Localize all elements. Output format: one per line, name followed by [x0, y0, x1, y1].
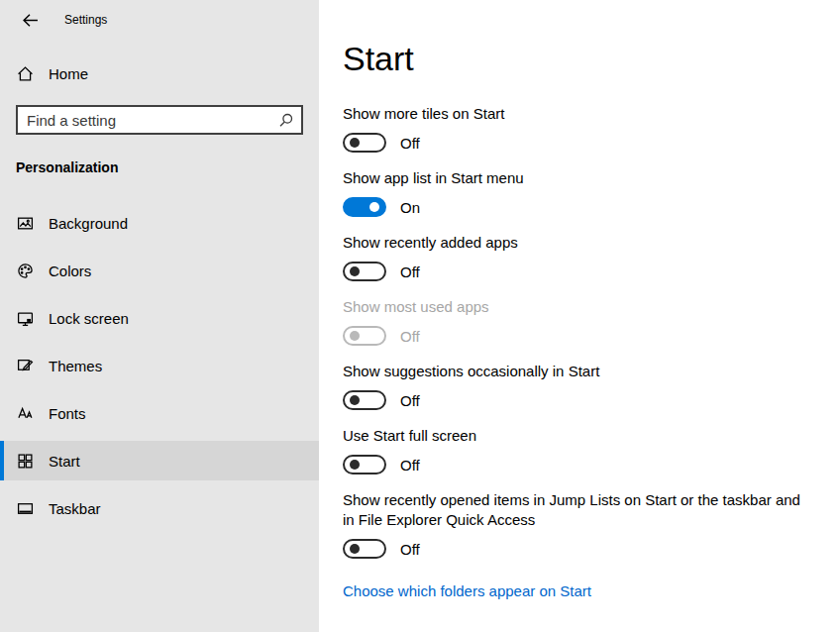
toggle-show-app-list-in-start-menu[interactable] [343, 197, 386, 217]
setting-show-recently-added-apps: Show recently added apps Off [343, 233, 816, 281]
toggle-state-label: Off [400, 392, 420, 409]
start-icon [17, 453, 34, 470]
sidebar-item-background[interactable]: Background [0, 203, 319, 243]
toggle-use-start-full-screen[interactable] [343, 455, 386, 474]
choose-folders-link[interactable]: Choose which folders appear on Start [343, 582, 591, 599]
toggle-show-most-used-apps [343, 326, 386, 346]
sidebar-item-label: Fonts [49, 405, 86, 422]
toggle-show-suggestions-occasionally-in-start[interactable] [343, 390, 386, 410]
toggle-knob [350, 266, 360, 276]
setting-label: Show app list in Start menu [343, 168, 808, 188]
back-button[interactable] [13, 5, 47, 35]
background-icon [17, 215, 34, 232]
fonts-icon [17, 405, 34, 422]
toggle-state-label: Off [400, 328, 420, 345]
search-input[interactable] [16, 105, 303, 135]
setting-show-recently-opened-items-in-jump-lists-on-star: Show recently opened items in Jump Lists… [343, 490, 816, 559]
setting-use-start-full-screen: Use Start full screen Off [343, 426, 816, 474]
sidebar-item-label: Start [49, 453, 80, 470]
search-icon[interactable] [278, 112, 294, 128]
sidebar-item-label: Lock screen [49, 310, 129, 327]
toggle-state-label: Off [400, 263, 420, 280]
toggle-state-label: Off [400, 135, 420, 152]
sidebar-item-label: Themes [49, 358, 102, 374]
settings-list: Show more tiles on Start Off Show app li… [343, 104, 816, 559]
sidebar-item-label: Colors [49, 263, 91, 279]
toggle-show-recently-added-apps[interactable] [343, 262, 386, 281]
toggle-knob [350, 331, 360, 341]
setting-label: Show suggestions occasionally in Start [343, 362, 808, 381]
setting-label: Show recently added apps [343, 233, 808, 253]
sidebar: Settings Home Personalization Background… [0, 0, 319, 632]
settings-window: Settings Home Personalization Background… [0, 0, 840, 632]
setting-label: Show recently opened items in Jump Lists… [343, 490, 808, 530]
sidebar-item-label: Taskbar [49, 500, 101, 517]
toggle-line: Off [343, 455, 816, 474]
toggle-show-more-tiles-on-start[interactable] [343, 133, 386, 153]
search-box [16, 105, 303, 135]
setting-label: Show more tiles on Start [343, 104, 808, 124]
sidebar-item-taskbar[interactable]: Taskbar [0, 488, 319, 528]
sidebar-nav: Background Colors Lock screen Themes Fon… [0, 203, 319, 528]
toggle-state-label: Off [400, 541, 420, 558]
setting-label: Show most used apps [343, 297, 808, 317]
toggle-knob [369, 202, 379, 212]
toggle-knob [350, 460, 360, 470]
sidebar-item-themes[interactable]: Themes [0, 346, 319, 385]
themes-icon [17, 358, 34, 374]
window-title: Settings [64, 13, 107, 27]
toggle-show-recently-opened-items-in-jump-lists-on-[interactable] [343, 539, 386, 559]
lock-screen-icon [17, 310, 34, 327]
toggle-line: Off [343, 133, 816, 153]
main-content: Start Show more tiles on Start Off Show … [319, 0, 840, 632]
toggle-knob [350, 138, 360, 148]
toggle-line: Off [343, 326, 816, 346]
sidebar-item-label: Home [49, 65, 88, 82]
titlebar: Settings [0, 0, 319, 40]
colors-icon [17, 263, 34, 279]
home-icon [17, 65, 34, 82]
toggle-line: Off [343, 390, 816, 410]
toggle-line: Off [343, 262, 816, 281]
sidebar-item-fonts[interactable]: Fonts [0, 393, 319, 433]
sidebar-item-label: Background [49, 215, 128, 232]
setting-show-most-used-apps: Show most used apps Off [343, 297, 816, 346]
sidebar-item-start[interactable]: Start [0, 441, 319, 480]
sidebar-item-colors[interactable]: Colors [0, 251, 319, 290]
setting-label: Use Start full screen [343, 426, 808, 446]
taskbar-icon [17, 500, 34, 517]
setting-show-app-list-in-start-menu: Show app list in Start menu On [343, 168, 816, 217]
toggle-state-label: Off [400, 457, 420, 474]
toggle-knob [350, 544, 360, 554]
sidebar-item-lock-screen[interactable]: Lock screen [0, 298, 319, 338]
toggle-line: Off [343, 539, 816, 559]
toggle-state-label: On [400, 199, 420, 216]
toggle-knob [350, 395, 360, 405]
back-arrow-icon [22, 12, 39, 29]
toggle-line: On [343, 197, 816, 217]
sidebar-item-home[interactable]: Home [0, 53, 319, 93]
sidebar-section-title: Personalization [16, 159, 303, 175]
setting-show-more-tiles-on-start: Show more tiles on Start Off [343, 104, 816, 153]
page-title: Start [343, 40, 816, 78]
setting-show-suggestions-occasionally-in-start: Show suggestions occasionally in Start O… [343, 362, 816, 410]
